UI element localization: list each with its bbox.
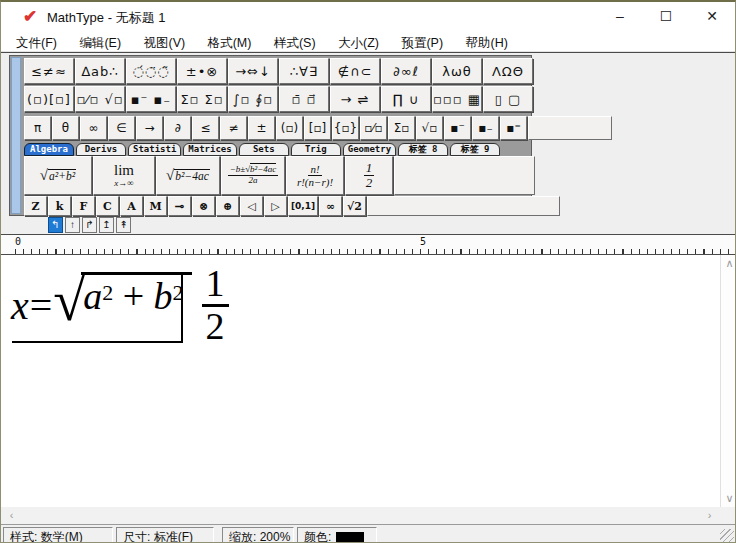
symbol-blackboard-z-button[interactable]: Z [24, 196, 47, 216]
ruler[interactable]: 0 5 [1, 235, 735, 255]
symbol-sqrt2-button[interactable]: √2 [343, 196, 366, 216]
symbol-partial-button[interactable]: ∂ [164, 116, 191, 140]
symbol-element-of-button[interactable]: ∈ [108, 116, 135, 140]
tab-custom-9[interactable]: 标签 9 [450, 143, 500, 156]
template-discriminant-button[interactable]: √b²−4ac [156, 156, 220, 195]
menu-edit[interactable]: 编辑(E) [76, 34, 124, 53]
toolbar-dock-button-1[interactable]: ↰ [48, 217, 63, 233]
palette-fraction-radical-button[interactable]: ▫⁄▫ √▫ [75, 86, 125, 112]
scroll-right-icon[interactable]: › [701, 507, 718, 524]
tab-derivs[interactable]: Derivs [76, 143, 126, 156]
tab-geometry[interactable]: Geometry [343, 143, 396, 156]
palette-arrows-button[interactable]: →⇔↓ [228, 58, 278, 84]
symbol-arrow-button[interactable]: → [136, 116, 163, 140]
minimize-button[interactable]: – [597, 2, 643, 31]
resize-grip[interactable] [720, 529, 734, 543]
symbol-leq-button[interactable]: ≤ [192, 116, 219, 140]
symbol-theta-button[interactable]: θ [52, 116, 79, 140]
toolbar-dock-button-3[interactable]: ↱ [82, 217, 97, 233]
template-subscript-button[interactable]: ▪₋ [472, 116, 499, 140]
palette-relational-button[interactable]: ≤≠≈ [24, 58, 74, 84]
toolbar-dock-button-5[interactable]: ↟ [116, 217, 131, 233]
menu-help[interactable]: 帮助(H) [463, 34, 511, 53]
palette-product-union-button[interactable]: ∏ ∪ [381, 86, 431, 112]
symbol-blackboard-f-button[interactable]: F [72, 196, 95, 216]
template-parens-button[interactable]: (▫) [276, 116, 303, 140]
menu-preferences[interactable]: 预置(P) [398, 34, 446, 53]
close-button[interactable]: ✕ [689, 2, 735, 31]
status-color[interactable]: 颜色: [297, 527, 377, 543]
title-bar[interactable]: ✔ MathType - 无标题 1 – ☐ ✕ [1, 2, 735, 31]
tab-trig[interactable]: Trig [291, 143, 341, 156]
symbol-script-c-button[interactable]: C [96, 196, 119, 216]
horizontal-scrollbar[interactable]: ‹ › [1, 507, 720, 524]
symbol-infinity-button[interactable]: ∞ [80, 116, 107, 140]
palette-matrix-button[interactable]: ▫▫▫ ▦ [432, 86, 482, 112]
symbol-neq-button[interactable]: ≠ [220, 116, 247, 140]
palette-logic-button[interactable]: ∴∀∃ [279, 58, 329, 84]
template-superscript-button[interactable]: ▪⁻ [444, 116, 471, 140]
tab-statistics[interactable]: Statisti [128, 143, 181, 156]
palette-sets-button[interactable]: ∉∩⊂ [330, 58, 380, 84]
toolbar-dock-button-2[interactable]: ↑ [65, 217, 80, 233]
template-combination-button[interactable]: n!r!(n−r)! [286, 156, 344, 195]
template-brackets-button[interactable]: [▫] [304, 116, 331, 140]
vertical-scrollbar[interactable]: ∧ ∨ [720, 255, 736, 507]
palette-fences-button[interactable]: (▫)[▫] [24, 86, 74, 112]
equation-editing-area[interactable]: x=√a2 + b212 [1, 255, 720, 507]
symbol-pi-button[interactable]: π [24, 116, 51, 140]
symbol-blackboard-k-button[interactable]: k [48, 196, 71, 216]
template-fraction-button[interactable]: ▫⁄▫ [360, 116, 387, 140]
toolbar-dock-button-4[interactable]: ↥ [99, 217, 114, 233]
palette-operators-button[interactable]: ±•⊗ [177, 58, 227, 84]
status-size[interactable]: 尺寸: 标准(F) [116, 527, 214, 543]
menu-file[interactable]: 文件(F) [13, 34, 60, 53]
palette-summation-button[interactable]: Σ▫ Σ▫ [177, 86, 227, 112]
palette-embellishments-button[interactable]: ◌́◌̈◌̃ [126, 58, 176, 84]
symbol-interval-button[interactable]: [0,1] [288, 196, 318, 216]
menu-bar: 文件(F) 编辑(E) 视图(V) 格式(M) 样式(S) 大小(Z) 预置(P… [1, 31, 735, 52]
maximize-button[interactable]: ☐ [643, 2, 689, 31]
symbol-circled-plus-button[interactable]: ⊕ [216, 196, 239, 216]
symbol-plusminus-button[interactable]: ± [248, 116, 275, 140]
menu-size[interactable]: 大小(Z) [335, 34, 382, 53]
palette-spaces-button[interactable]: ∆ab∴ [75, 58, 125, 84]
symbol-infinity-button[interactable]: ∞ [319, 196, 342, 216]
palette-subscript-superscript-button[interactable]: ▪⁻ ▪₋ [126, 86, 176, 112]
symbol-fraktur-a-button[interactable]: A [120, 196, 143, 216]
template-sqrt-button[interactable]: √▫ [416, 116, 443, 140]
symbol-triangle-right-button[interactable]: ▷ [264, 196, 287, 216]
tab-matrices[interactable]: Matrices [183, 143, 236, 156]
palette-misc-symbols-button[interactable]: ∂∞ℓ [381, 58, 431, 84]
scroll-up-icon[interactable]: ∧ [721, 255, 736, 272]
menu-style[interactable]: 样式(S) [271, 34, 319, 53]
tab-custom-8[interactable]: 标签 8 [398, 143, 448, 156]
template-half-fraction-button[interactable]: 12 [345, 156, 393, 195]
scroll-left-icon[interactable]: ‹ [3, 507, 20, 524]
palette-greek-lower-button[interactable]: λωθ [432, 58, 482, 84]
equation[interactable]: x=√a2 + b212 [11, 267, 229, 343]
symbol-fraktur-m-button[interactable]: M [144, 196, 167, 216]
palette-labeled-arrows-button[interactable]: → ⇌ [330, 86, 380, 112]
tab-algebra[interactable]: Algebra [24, 143, 74, 156]
symbol-triangle-left-button[interactable]: ◁ [240, 196, 263, 216]
template-sum-button[interactable]: Σ▫ [388, 116, 415, 140]
menu-format[interactable]: 格式(M) [205, 34, 255, 53]
symbol-multimap-button[interactable]: ⊸ [168, 196, 191, 216]
palette-boxes-button[interactable]: ▯ ▢ [483, 86, 533, 112]
template-sqrt-a2b2-button[interactable]: √a²+b² [24, 156, 92, 195]
menu-view[interactable]: 视图(V) [141, 34, 189, 53]
toolbar-drag-handle[interactable] [11, 57, 21, 214]
template-braces-button[interactable]: {▫} [332, 116, 359, 140]
template-limit-button[interactable]: limx→∞ [93, 156, 155, 195]
scroll-down-icon[interactable]: ∨ [721, 490, 736, 507]
tab-sets[interactable]: Sets [239, 143, 289, 156]
symbol-circled-times-button[interactable]: ⊗ [192, 196, 215, 216]
status-zoom[interactable]: 缩放: 200% [222, 527, 294, 543]
palette-integral-button[interactable]: ∫▫ ∮▫ [228, 86, 278, 112]
palette-greek-upper-button[interactable]: ΛΩΘ [483, 58, 533, 84]
status-style[interactable]: 样式: 数学(M) [3, 527, 113, 543]
palette-overbar-vector-button[interactable]: ▫̄ ▫⃗ [279, 86, 329, 112]
template-subsup-button[interactable]: ▪⁼ [500, 116, 527, 140]
template-quadratic-formula-button[interactable]: −b±√b²−4ac2a [221, 156, 285, 195]
